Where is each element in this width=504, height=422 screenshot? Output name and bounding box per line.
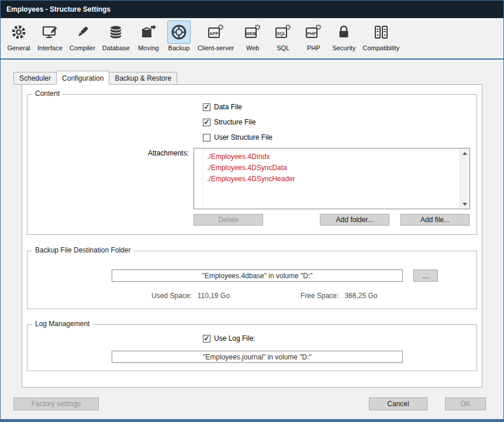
scroll-up-arrow[interactable]	[460, 148, 470, 158]
checkbox-label: Data File	[214, 103, 242, 111]
log-path-field[interactable]	[112, 351, 403, 363]
svg-text:PHP: PHP	[308, 31, 316, 36]
toolbar-item-label: Web	[246, 44, 259, 51]
servers-icon	[370, 20, 393, 44]
toolbar-item-label: Interface	[37, 44, 63, 51]
php-gear-icon: PHP	[302, 20, 325, 44]
check-icon: ✓	[203, 335, 209, 342]
footer-bar: Factory settings Cancel OK	[13, 397, 486, 410]
triangle-up-icon	[462, 152, 467, 155]
checkbox-label: User Structure File	[214, 133, 272, 141]
toolbar-item-database[interactable]: Database	[99, 20, 133, 51]
toolbar-item-label: Database	[102, 44, 130, 51]
checkbox-box: ✓	[203, 119, 210, 126]
checkbox-user-structure-file[interactable]: User Structure File	[203, 133, 272, 142]
delete-button[interactable]: Delete	[194, 214, 263, 226]
attachments-scrollbar[interactable]	[460, 148, 470, 209]
svg-text:APP: APP	[209, 31, 218, 36]
checkbox-use-log-file[interactable]: ✓ Use Log File:	[203, 334, 256, 343]
toolbar-item-label: SQL	[277, 44, 289, 51]
settings-toolbar: General Interface Compiler Database Movi	[1, 18, 503, 60]
toolbar-item-web[interactable]: WEB Web	[237, 20, 268, 51]
toolbar-item-general[interactable]: General	[4, 20, 34, 51]
triangle-down-icon	[462, 203, 467, 206]
log-group-title: Log Management	[32, 320, 92, 328]
destination-group: Backup File Destination Folder ... Used …	[27, 251, 477, 309]
content-group: Content ✓ Data File ✓ Structure File Use…	[27, 94, 477, 235]
svg-text:SQL: SQL	[277, 31, 286, 36]
checkbox-data-file[interactable]: ✓ Data File	[203, 102, 242, 112]
monitor-pencil-icon	[38, 20, 61, 44]
attachments-list: ./Employees.4DIndx ./Employees.4DSyncDat…	[194, 151, 459, 185]
checkbox-box: ✓	[203, 335, 210, 343]
sql-gear-icon: SQL	[271, 20, 295, 44]
compiler-pen-icon	[71, 20, 94, 44]
cancel-button[interactable]: Cancel	[369, 397, 427, 410]
tab-backup-restore[interactable]: Backup & Restore	[109, 72, 177, 85]
used-space-label: Used Space:	[151, 292, 192, 300]
app-gear-icon: APP	[204, 20, 227, 44]
attachment-item[interactable]: ./Employees.4DIndx	[194, 151, 459, 162]
checkbox-box: ✓	[203, 103, 210, 111]
structure-settings-window: Employees - Structure Settings General I…	[0, 0, 504, 422]
content-group-title: Content	[32, 89, 63, 98]
lock-icon	[332, 20, 355, 44]
attachments-listbox[interactable]: ./Employees.4DIndx ./Employees.4DSyncDat…	[194, 148, 470, 209]
toolbar-item-compiler[interactable]: Compiler	[66, 20, 99, 51]
toolbar-item-label: Backup	[168, 44, 190, 51]
add-file-button[interactable]: Add file...	[401, 214, 470, 226]
svg-text:WEB: WEB	[246, 31, 257, 36]
tab-configuration[interactable]: Configuration	[56, 71, 109, 85]
web-gear-icon: WEB	[241, 20, 264, 44]
attachment-item[interactable]: ./Employees.4DSyncHeader	[194, 174, 459, 185]
add-folder-button[interactable]: Add folder...	[320, 214, 389, 226]
used-space-value: 110,19 Go	[198, 292, 230, 300]
titlebar: Employees - Structure Settings	[1, 1, 503, 18]
toolbar-item-label: Moving	[138, 44, 158, 51]
log-group: Log Management ✓ Use Log File:	[27, 324, 477, 371]
checkbox-label: Structure File	[214, 118, 256, 126]
toolbar-item-moving[interactable]: Moving	[133, 20, 164, 51]
toolbar-item-sql[interactable]: SQL SQL	[268, 20, 298, 51]
toolbar-item-php[interactable]: PHP PHP	[298, 20, 329, 51]
configuration-panel: Content ✓ Data File ✓ Structure File Use…	[22, 84, 482, 388]
checkbox-label: Use Log File:	[214, 334, 256, 343]
free-space-label: Free Space:	[301, 292, 339, 300]
toolbar-item-compatibility[interactable]: Compatibility	[359, 20, 403, 51]
used-space: Used Space:110,19 Go	[151, 292, 230, 300]
toolbar-item-label: General	[7, 44, 30, 51]
tab-scheduler[interactable]: Scheduler	[13, 72, 57, 85]
destination-path-field[interactable]	[112, 269, 403, 282]
scroll-down-arrow[interactable]	[460, 199, 470, 209]
tab-bar: Scheduler Configuration Backup & Restore	[13, 72, 503, 85]
destination-group-title: Backup File Destination Folder	[32, 246, 133, 254]
toolbar-item-security[interactable]: Security	[329, 20, 359, 51]
factory-settings-button[interactable]: Factory settings	[13, 397, 99, 410]
toolbar-item-label: Compiler	[70, 44, 95, 51]
toolbar-item-label: Client-server	[198, 44, 234, 51]
toolbar-item-client-server[interactable]: APP Client-server	[194, 20, 237, 51]
checkbox-structure-file[interactable]: ✓ Structure File	[203, 117, 256, 127]
ok-button[interactable]: OK	[445, 397, 486, 410]
window-title: Employees - Structure Settings	[6, 5, 111, 13]
lifebuoy-icon	[167, 20, 191, 44]
toolbar-item-backup[interactable]: Backup	[164, 20, 194, 51]
toolbar-item-label: Compatibility	[363, 44, 399, 51]
gear-icon	[7, 20, 30, 44]
toolbar-item-label: PHP	[307, 44, 320, 51]
toolbar-item-interface[interactable]: Interface	[34, 20, 66, 51]
toolbar-item-label: Security	[332, 44, 355, 51]
browse-button[interactable]: ...	[413, 269, 438, 282]
checkbox-box	[203, 134, 210, 141]
free-space: Free Space:366,25 Go	[301, 292, 377, 300]
check-icon: ✓	[203, 119, 209, 126]
attachment-item[interactable]: ./Employees.4DSyncData	[194, 162, 459, 174]
moving-box-icon	[137, 20, 160, 44]
free-space-value: 366,25 Go	[344, 292, 377, 300]
check-icon: ✓	[203, 103, 209, 110]
database-icon	[104, 20, 127, 44]
attachments-label: Attachments:	[27, 149, 189, 157]
